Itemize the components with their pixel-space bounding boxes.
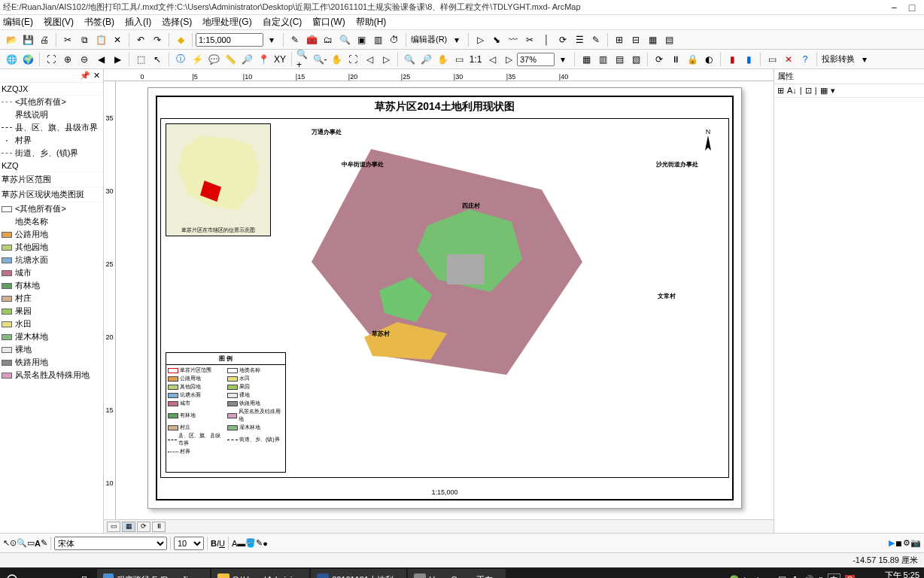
dd3-icon[interactable]: ▤ [612,52,627,67]
toc-item[interactable]: 风景名胜及特殊用地 [0,369,103,382]
menu-item[interactable]: 书签(B) [84,16,114,29]
toc-item[interactable]: 街道、乡、(镇)界 [0,147,103,160]
taskbar-item[interactable]: 20161101土地利... [311,569,406,578]
fontcolor-icon[interactable]: A▬ [232,539,245,548]
scale-input[interactable] [196,33,263,47]
taskview-icon[interactable]: ▭ [48,567,72,578]
props-more-icon[interactable]: ▾ [831,86,835,96]
menu-item[interactable]: 窗口(W) [312,16,345,29]
toc-item[interactable]: 地类名称 [0,215,103,228]
menu-item[interactable]: 自定义(C) [263,16,302,29]
back-icon[interactable]: ◁ [362,52,377,67]
delete-icon[interactable]: ✕ [110,32,125,47]
measure-icon[interactable]: 📏 [223,52,238,67]
layout-whole-icon[interactable]: ▭ [451,52,467,67]
print-icon[interactable]: 🖨 [37,32,52,47]
toc-group[interactable]: 草苏片区现状地类图斑 [0,187,103,202]
editor-dropdown-icon[interactable]: ▾ [449,32,464,47]
globe2-icon[interactable]: 🌍 [20,52,35,67]
ext2-icon[interactable]: ▮ [741,52,756,67]
save-icon[interactable]: 💾 [20,32,35,47]
menu-item[interactable]: 地理处理(G) [202,16,251,29]
reshape-icon[interactable]: 〰 [506,32,521,47]
zoom-out-icon[interactable]: 🔍- [312,52,327,67]
cortana-icon[interactable]: ○ [24,567,48,578]
toc-group[interactable]: KZQ [0,160,103,172]
toc-item[interactable]: 坑塘水面 [0,254,103,266]
text-icon[interactable]: A [35,539,41,548]
tray-app1-icon[interactable]: 🟢 [729,575,740,579]
toc-tree[interactable]: KZQJX<其他所有值>界线说明县、区、旗、县级市界村界街道、乡、(镇)界KZQ… [0,83,103,533]
underline-icon[interactable]: U [219,539,225,548]
props-expand-icon[interactable]: ⊡ [805,86,812,96]
toc-item[interactable]: 界线说明 [0,108,103,121]
menu-item[interactable]: 视图(V) [44,16,74,29]
fillcolor-icon[interactable]: 🪣 [245,538,256,548]
georef-icon[interactable]: ⊞ [612,32,627,47]
toc-item[interactable]: 公路用地 [0,228,103,241]
model-icon[interactable]: ▥ [370,32,385,47]
tray-up-icon[interactable]: ▴ [720,575,725,579]
toc-item[interactable]: 村庄 [0,292,103,305]
full-extent-icon[interactable]: ⛶ [44,52,59,67]
python-icon[interactable]: ▣ [354,32,369,47]
menu-item[interactable]: 帮助(H) [356,16,387,29]
next-extent-icon[interactable]: ▶ [110,52,125,67]
menu-item[interactable]: 选择(S) [162,16,192,29]
tray-shield-icon[interactable]: 🛡 [778,575,786,578]
proj-label[interactable]: 投影转换 [822,53,855,65]
georef4-icon[interactable]: ▤ [661,32,676,47]
time-icon[interactable]: ⏱ [387,32,402,47]
close-toc-icon[interactable]: ✕ [93,71,100,81]
proj-dropdown-icon[interactable]: ▾ [857,52,872,67]
tray-vol-icon[interactable]: 🔊 [804,575,814,579]
dd2-icon[interactable]: ▥ [595,52,610,67]
ext3-icon[interactable]: ▭ [764,52,780,67]
editor-label[interactable]: 编辑器(R) [411,34,447,45]
find-icon[interactable]: 🔎 [239,52,254,67]
dd4-icon[interactable]: ▧ [628,52,643,67]
pointer-icon[interactable]: ↖ [150,52,165,67]
props-az-icon[interactable]: A↓ [787,86,797,96]
toc-item[interactable]: 水田 [0,318,103,330]
north-arrow[interactable]: N [697,128,719,160]
ext-del-icon[interactable]: ✕ [781,52,796,67]
undo-icon[interactable]: ↶ [133,32,148,47]
taskbar-clock[interactable]: 下午 5:25 2016/11/2 星期 [859,570,924,578]
linecolor-icon[interactable]: ✎ [256,538,263,548]
taskbar-item[interactable]: C:\Users\Adminis... [211,569,309,578]
editor-toolbar-icon[interactable]: ✎ [287,32,302,47]
props-cat-icon[interactable]: ⊞ [777,86,784,96]
layout-fwd-icon[interactable]: ▷ [501,52,516,67]
select-element-icon[interactable]: ↖ [3,538,10,548]
layout-zoom-input[interactable] [517,53,555,66]
tray-app3-icon[interactable]: ◆ [755,575,761,579]
tray-net-icon[interactable]: 🖧 [791,575,799,578]
layout-100-icon[interactable]: 1:1 [468,52,483,67]
hyperlink-icon[interactable]: ⚡ [190,52,205,67]
edit-tool-icon[interactable]: ▷ [473,32,488,47]
fontsize-select[interactable]: 10 [174,537,204,550]
layout-pan-icon[interactable]: ✋ [435,52,450,67]
split-icon[interactable]: │ [539,32,554,47]
select-icon[interactable]: ⬚ [133,52,148,67]
layout-back-icon[interactable]: ◁ [485,52,500,67]
start-button[interactable] [0,567,24,578]
toc-item[interactable]: 城市 [0,266,103,279]
fixed-zoomin-icon[interactable]: ⊕ [60,52,75,67]
tray-app4-icon[interactable]: ☁ [765,575,774,579]
layout-page[interactable]: 草苏片区2014土地利用现状图 草苏片区在市辖区的位置示意图 N [147,87,742,509]
lock-icon[interactable]: 🔒 [685,52,700,67]
data-view-tab[interactable]: ▭ [107,522,120,532]
pin-icon[interactable]: 📌 [80,71,90,81]
rect-icon[interactable]: ▭ [27,538,35,548]
toc-item[interactable]: 村界 [0,134,103,147]
map-frame[interactable]: 草苏片区2014土地利用现状图 草苏片区在市辖区的位置示意图 N [156,96,734,500]
toc-item[interactable]: 果园 [0,305,103,318]
edit-vertices-icon[interactable]: ⬊ [489,32,504,47]
georef3-icon[interactable]: ▦ [645,32,660,47]
findroute-icon[interactable]: 📍 [256,52,271,67]
sketch-icon[interactable]: ✎ [588,32,603,47]
inset-map[interactable]: 草苏片区在市辖区的位置示意图 [166,123,271,236]
ext1-icon[interactable]: ▮ [725,52,740,67]
